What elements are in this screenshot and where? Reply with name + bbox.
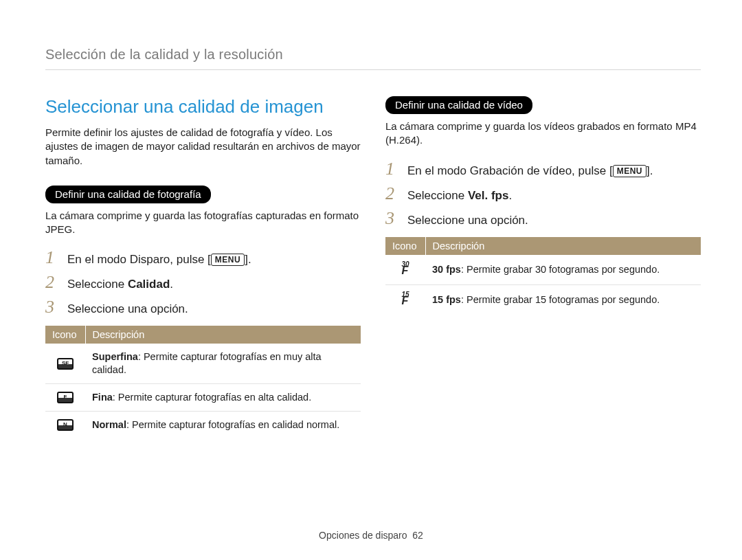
step-number: 1 (45, 249, 58, 267)
step-3: 3 Seleccione una opción. (385, 210, 701, 227)
col-header-desc: Descripción (425, 237, 701, 255)
photo-subtext: La cámara comprime y guarda las fotograf… (45, 209, 361, 237)
col-header-icon: Icono (385, 237, 425, 255)
step-2-text: Seleccione Calidad. (67, 278, 173, 291)
table-desc: 30 fps: Permite grabar 30 fotogramas por… (425, 255, 701, 285)
step-1-post: ]. (647, 164, 653, 177)
breadcrumb: Selección de la calidad y la resolución (45, 47, 701, 70)
menu-icon: MENU (613, 165, 647, 177)
step-number: 3 (385, 210, 398, 227)
step-1-text: En el modo Grabación de vídeo, pulse [ME… (407, 164, 653, 178)
step-1-pre: En el modo Grabación de vídeo, pulse [ (407, 164, 613, 177)
table-desc: Superfina: Permite capturar fotografías … (85, 344, 361, 383)
subheading-pill-photo: Definir una calidad de fotografía (45, 186, 211, 203)
table-desc: 15 fps: Permite grabar 15 fotogramas por… (425, 284, 701, 315)
photo-steps: 1 En el modo Disparo, pulse [MENU]. 2 Se… (45, 249, 361, 316)
step-2: 2 Seleccione Vel. fps. (385, 185, 701, 203)
row-bold: 15 fps (432, 294, 461, 305)
photo-quality-table: Icono Descripción Superfina: Permite cap… (45, 326, 361, 438)
subheading-pill-video: Definir una calidad de vídeo (385, 96, 532, 114)
step-1: 1 En el modo Grabación de vídeo, pulse [… (385, 160, 701, 178)
col-header-icon: Icono (45, 326, 85, 344)
row-rest: : Permite capturar fotografías en calida… (126, 419, 339, 430)
col-header-desc: Descripción (85, 326, 361, 344)
row-rest: : Permite capturar fotografías en alta c… (113, 392, 311, 403)
row-bold: Superfina (92, 351, 138, 362)
main-heading: Seleccionar una calidad de imagen (45, 96, 361, 117)
row-rest: : Permite grabar 30 fotogramas por segun… (461, 264, 660, 275)
step-1-post: ]. (245, 253, 251, 266)
row-bold: Fina (92, 392, 113, 403)
step-number: 1 (385, 160, 398, 178)
step-2-post: . (508, 189, 512, 202)
left-column: Seleccionar una calidad de imagen Permit… (45, 96, 361, 438)
quality-icon-fine (45, 383, 85, 411)
quality-icon-normal (45, 411, 85, 438)
page-footer: Opciones de disparo 62 (0, 530, 742, 541)
table-desc: Fina: Permite capturar fotografías en al… (85, 383, 361, 411)
table-row: 15F 15 fps: Permite grabar 15 fotogramas… (385, 284, 701, 315)
video-fps-table: Icono Descripción 30F 30 fps: Permite gr… (385, 237, 701, 315)
fps-icon-30: 30F (385, 255, 425, 285)
row-bold: 30 fps (432, 264, 461, 275)
table-desc: Normal: Permite capturar fotografías en … (85, 411, 361, 438)
quality-icon-superfine (45, 344, 85, 383)
step-2-bold: Vel. fps (468, 189, 509, 202)
intro-text: Permite definir los ajustes de calidad d… (45, 126, 361, 168)
step-2-post: . (170, 278, 173, 291)
step-2: 2 Seleccione Calidad. (45, 273, 361, 291)
table-row: 30F 30 fps: Permite grabar 30 fotogramas… (385, 255, 701, 285)
step-3-text: Seleccione una opción. (67, 302, 188, 316)
footer-section: Opciones de disparo (319, 530, 407, 541)
step-2-pre: Seleccione (67, 278, 128, 291)
table-row: Fina: Permite capturar fotografías en al… (45, 383, 361, 411)
step-3: 3 Seleccione una opción. (45, 298, 361, 316)
table-row: Superfina: Permite capturar fotografías … (45, 344, 361, 383)
step-1-pre: En el modo Disparo, pulse [ (67, 253, 211, 266)
row-rest: : Permite grabar 15 fotogramas por segun… (461, 294, 660, 305)
step-2-bold: Calidad (128, 278, 170, 291)
video-subtext: La cámara comprime y guarda los vídeos g… (385, 120, 701, 148)
footer-page-number: 62 (412, 530, 423, 541)
step-1: 1 En el modo Disparo, pulse [MENU]. (45, 249, 361, 267)
step-number: 2 (385, 185, 398, 203)
step-number: 2 (45, 273, 58, 291)
step-3-text: Seleccione una opción. (407, 214, 528, 227)
step-2-pre: Seleccione (407, 189, 468, 202)
row-bold: Normal (92, 419, 126, 430)
video-steps: 1 En el modo Grabación de vídeo, pulse [… (385, 160, 701, 227)
fps-icon-15: 15F (385, 284, 425, 315)
table-row: Normal: Permite capturar fotografías en … (45, 411, 361, 438)
right-column: Definir una calidad de vídeo La cámara c… (385, 96, 701, 438)
step-2-text: Seleccione Vel. fps. (407, 189, 512, 203)
menu-icon: MENU (211, 254, 245, 266)
step-1-text: En el modo Disparo, pulse [MENU]. (67, 253, 251, 267)
step-number: 3 (45, 298, 58, 316)
